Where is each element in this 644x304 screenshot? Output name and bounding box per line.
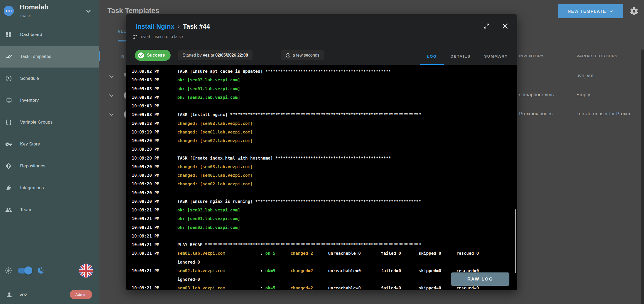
log-text: ignored=0: [177, 277, 200, 282]
uk-flag-icon[interactable]: [79, 264, 93, 278]
new-template-button[interactable]: NEW TEMPLATE: [558, 4, 623, 18]
log-line: 10:09:02 PMTASK [Ensure apt cache is upd…: [126, 67, 517, 76]
log-text: changed: [sem03.lab.vezpi.com]: [177, 121, 253, 126]
log-line: 10:09:20 PMchanged: [sem02.lab.vezpi.com…: [126, 180, 517, 188]
people-icon: [5, 206, 12, 213]
sidebar-item-label: Dashboard: [20, 32, 42, 37]
log-scrollbar[interactable]: [515, 209, 516, 273]
theme-toggle-knob[interactable]: [24, 266, 32, 275]
log-timestamp: 10:09:21 PM: [132, 251, 177, 256]
sidebar-item-label: Integrations: [20, 185, 44, 191]
double-check-icon: [5, 53, 12, 60]
sidebar-item-key-store[interactable]: Key Store: [0, 133, 99, 155]
chevron-down-icon[interactable]: [108, 92, 115, 99]
expand-icon[interactable]: [483, 22, 490, 30]
team-role: owner: [20, 13, 31, 18]
raw-log-button[interactable]: RAW LOG: [451, 272, 509, 286]
log-text: sem03.lab.vezpi.com : ok=5 changed=2 unr…: [177, 285, 479, 290]
sidebar-item-inventory[interactable]: Inventory: [0, 89, 99, 111]
duration-label: a few seconds: [293, 53, 319, 58]
admin-badge: Admin: [70, 290, 92, 299]
log-line: ignored=0: [126, 258, 517, 266]
sidebar-item-repositories[interactable]: Repositories: [0, 155, 99, 177]
log-text: ok: [sem03.lab.vezpi.com]: [177, 208, 240, 212]
tab-summary[interactable]: SUMMARY: [477, 48, 515, 65]
variable-groups-cell: Terraform user for Proxm: [576, 111, 630, 117]
sidebar-item-dashboard[interactable]: Dashboard: [0, 24, 99, 46]
tab-all[interactable]: ALL: [117, 29, 127, 34]
sidebar-item-label: Key Store: [20, 142, 40, 147]
log-timestamp: 10:09:21 PM: [132, 234, 177, 239]
task-title: Task #44: [183, 23, 210, 30]
log-text: sem02.lab.vezpi.com : ok=5 changed=2 unr…: [177, 268, 479, 273]
log-line: 10:09:21 PMsem01.lab.vezpi.com : ok=5 ch…: [126, 249, 517, 258]
source-branch-icon: [133, 34, 138, 39]
log-line: 10:09:21 PM: [126, 232, 517, 240]
status-label: Success: [147, 53, 165, 58]
user-menu[interactable]: vez Admin: [0, 288, 99, 301]
sidebar-item-team[interactable]: Team: [0, 199, 99, 221]
page-title: Task Templates: [107, 7, 159, 15]
accent-bar: [99, 51, 100, 61]
tab-log[interactable]: LOG: [420, 48, 444, 65]
log-text: TASK [Ensure nginx is running] *********…: [177, 199, 421, 204]
log-line: 10:09:20 PMchanged: [sem02.lab.vezpi.com…: [126, 136, 517, 145]
moon-stars-icon: [37, 266, 45, 274]
log-timestamp: 10:09:20 PM: [132, 173, 177, 178]
log-text: changed: [sem03.lab.vezpi.com]: [177, 164, 253, 169]
inventory-column-header: INVENTORY: [519, 54, 544, 58]
sidebar-item-label: Inventory: [20, 98, 39, 103]
log-timestamp: 10:09:21 PM: [132, 225, 177, 230]
user-name: vez: [20, 292, 27, 297]
log-timestamp: 10:09:21 PM: [132, 216, 177, 221]
inventory-cell: semaphore-vms: [519, 92, 554, 98]
log-line: 10:09:20 PMTASK [Ensure nginx is running…: [126, 197, 517, 206]
page-scrollbar-track[interactable]: [641, 50, 644, 304]
sidebar-item-label: Team: [20, 207, 31, 212]
log-timestamp: 10:09:19 PM: [132, 130, 177, 135]
sidebar-item-task-templates[interactable]: Task Templates: [0, 46, 99, 68]
log-line: 10:09:21 PMok: [sem01.lab.vezpi.com]: [126, 214, 517, 223]
close-icon[interactable]: [502, 22, 509, 30]
clock-icon: [286, 53, 291, 58]
log-line: 10:09:20 PMTASK [Create index.html with …: [126, 154, 517, 162]
chevron-down-icon[interactable]: [108, 111, 115, 118]
team-avatar: HO: [4, 6, 14, 16]
started-user: vez: [203, 53, 209, 58]
log-text: ok: [sem02.lab.vezpi.com]: [177, 95, 240, 100]
log-timestamp: 10:09:03 PM: [132, 77, 177, 82]
log-text: sem01.lab.vezpi.com : ok=5 changed=2 unr…: [177, 251, 479, 256]
variable-groups-cell: Empty: [576, 92, 590, 98]
log-timestamp: 10:09:20 PM: [132, 156, 177, 161]
log-line: 10:09:21 PMPLAY RECAP ******************…: [126, 240, 517, 249]
clock-icon: [5, 75, 12, 82]
sidebar-item-integrations[interactable]: Integrations: [0, 177, 99, 199]
status-badge: Success: [135, 50, 171, 61]
team-name: Homelab: [20, 3, 49, 11]
log-line: 10:09:20 PMchanged: [sem03.lab.vezpi.com…: [126, 162, 517, 171]
sidebar-item-label: Schedule: [20, 76, 39, 81]
log-line: 10:09:03 PMTASK [Install nginx] ********…: [126, 110, 517, 119]
template-link[interactable]: Install Nginx: [136, 23, 174, 30]
log-text: PLAY RECAP *****************************…: [177, 242, 421, 247]
log-line: 10:09:18 PMchanged: [sem03.lab.vezpi.com…: [126, 119, 517, 128]
log-timestamp: 10:09:20 PM: [132, 164, 177, 169]
team-selector[interactable]: HO Homelab owner: [0, 0, 99, 22]
task-message-text: revert: insecure to false: [140, 34, 183, 39]
person-icon: [6, 291, 13, 298]
breadcrumb: Install Nginx › Task #44: [136, 22, 210, 31]
started-datetime: 02/05/2026 22:08: [215, 53, 248, 58]
sidebar-item-schedule[interactable]: Schedule: [0, 68, 99, 89]
chevron-down-icon[interactable]: [108, 73, 115, 80]
modal-tabs: LOGDETAILSSUMMARY: [420, 48, 515, 65]
log-text: ok: [sem01.lab.vezpi.com]: [177, 86, 240, 91]
sidebar-item-variable-groups[interactable]: Variable Groups: [0, 111, 99, 133]
inventory-cell: —: [519, 73, 524, 78]
gear-icon[interactable]: [629, 7, 639, 16]
log-text: TASK [Create index.html with hostname] *…: [177, 156, 391, 161]
log-timestamp: 10:09:03 PM: [132, 86, 177, 91]
log-timestamp: 10:09:03 PM: [132, 112, 177, 117]
tab-details[interactable]: DETAILS: [444, 48, 477, 65]
breadcrumb-separator: ›: [178, 22, 180, 31]
git-icon: [5, 163, 12, 169]
